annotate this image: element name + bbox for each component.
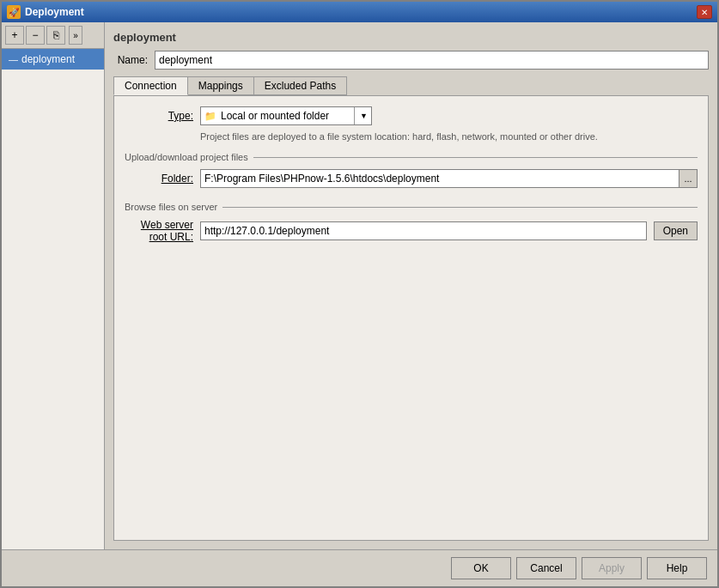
expand-icon: » [73,31,78,40]
deployment-dialog: 🚀 Deployment ✕ + − ⎘ » [0,0,719,588]
folder-input-group: ... [200,169,698,188]
copy-icon: ⎘ [53,29,59,41]
title-bar-left: 🚀 Deployment [7,5,84,19]
name-label: Name: [113,54,148,66]
cancel-button[interactable]: Cancel [516,557,576,579]
type-label: Type: [125,110,193,122]
folder-label: Folder: [125,173,193,185]
name-row: Name: [113,51,709,70]
open-button[interactable]: Open [654,221,698,240]
apply-button[interactable]: Apply [582,557,642,579]
add-server-button[interactable]: + [5,26,24,45]
tab-excluded-paths-label: Excluded Paths [265,80,336,92]
tab-connection[interactable]: Connection [113,76,188,95]
web-url-input[interactable] [200,221,647,240]
help-button[interactable]: Help [647,557,707,579]
app-icon: 🚀 [7,5,21,19]
type-row: Type: 📁 Local or mounted folder ▼ [125,106,698,125]
main-content: + − ⎘ » — deployment deployment [2,22,717,549]
open-button-label: Open [663,225,688,237]
upload-section-label: Upload/download project files [125,152,698,162]
apply-button-label: Apply [599,562,625,574]
minus-icon: − [32,29,38,41]
section-title: deployment [113,31,709,44]
tabs-container: Connection Mappings Excluded Paths [113,76,709,95]
ok-button-label: OK [473,562,488,574]
sidebar: + − ⎘ » — deployment [2,22,105,549]
window-title: Deployment [25,6,84,18]
ok-button[interactable]: OK [451,557,511,579]
folder-input[interactable] [200,169,679,188]
cancel-button-label: Cancel [530,562,562,574]
sidebar-item-deployment[interactable]: — deployment [2,49,104,70]
right-panel: deployment Name: Connection Mappings Exc… [105,22,717,549]
sidebar-item-label: deployment [21,53,75,65]
server-icon: — [9,54,18,64]
copy-server-button[interactable]: ⎘ [46,26,65,45]
web-url-label: Web server root URL: [125,219,193,243]
close-button[interactable]: ✕ [697,5,712,19]
type-value: Local or mounted folder [221,110,329,122]
help-button-label: Help [667,562,688,574]
expand-button[interactable]: » [69,26,82,45]
tab-excluded-paths[interactable]: Excluded Paths [253,76,347,95]
browse-icon: ... [684,173,692,184]
browse-section-label: Browse files on server [125,202,698,212]
tab-mappings[interactable]: Mappings [187,76,254,95]
tab-mappings-label: Mappings [198,80,243,92]
sidebar-toolbar: + − ⎘ » [2,22,104,49]
web-url-row: Web server root URL: Open [125,219,698,243]
remove-server-button[interactable]: − [26,26,45,45]
tab-content-connection: Type: 📁 Local or mounted folder ▼ Projec… [113,95,709,541]
dropdown-arrow-icon: ▼ [354,107,368,124]
browse-button[interactable]: ... [679,169,698,188]
name-input[interactable] [155,51,709,70]
tab-connection-label: Connection [125,80,177,92]
type-description: Project files are deployed to a file sys… [200,130,698,143]
title-bar-right: ✕ [697,5,712,19]
type-dropdown[interactable]: 📁 Local or mounted folder ▼ [200,106,372,125]
bottom-bar: OK Cancel Apply Help [2,549,717,586]
folder-icon: 📁 [204,111,216,122]
folder-row: Folder: ... [125,169,698,188]
plus-icon: + [11,29,17,41]
title-bar: 🚀 Deployment ✕ [2,2,717,22]
